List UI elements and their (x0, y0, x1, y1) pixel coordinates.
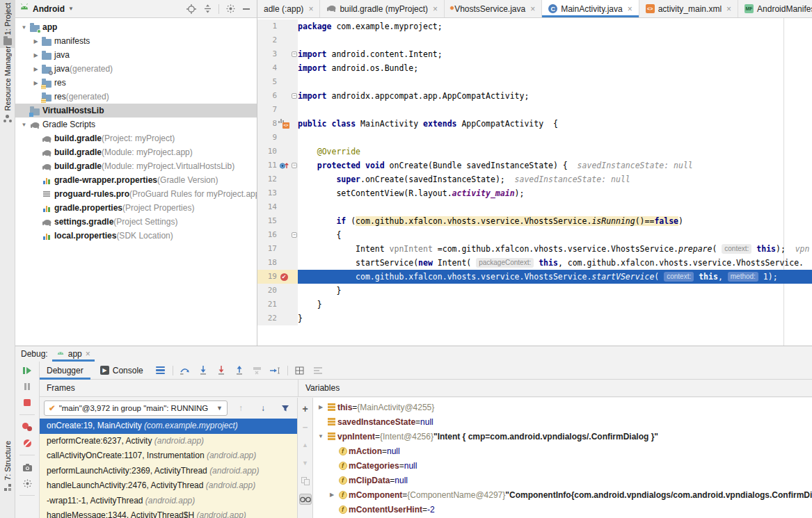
line-number[interactable]: 19 (257, 270, 277, 284)
tree-item-virtualhostslib[interactable]: VirtualHostsLib (15, 104, 257, 118)
run-to-cursor-icon[interactable] (268, 364, 283, 378)
chevron-right-icon[interactable]: ▶ (31, 38, 40, 44)
thread-selector[interactable]: ✔ "main"@3,972 in group "main": RUNNING … (44, 400, 228, 416)
line-number[interactable]: 18 (257, 256, 277, 270)
tree-item-local-properties[interactable]: local.properties (SDK Location) (15, 229, 257, 243)
stack-frame[interactable]: performLaunchActivity:2369, ActivityThre… (40, 464, 297, 479)
settings-icon[interactable] (224, 3, 237, 15)
line-number[interactable]: 12 (257, 172, 277, 186)
tab-debugger[interactable]: Debugger (40, 362, 90, 380)
stop-icon[interactable] (22, 398, 33, 407)
line-number[interactable]: 17 (257, 242, 277, 256)
mute-breakpoints-icon[interactable] (22, 438, 33, 448)
debug-session-tab[interactable]: app × (52, 346, 95, 362)
stack-frame[interactable]: onCreate:19, MainActivity (com.example.m… (40, 419, 297, 434)
line-number[interactable]: 9 (257, 131, 277, 145)
code-line-13[interactable]: 13 setContentView(R.layout.activity_main… (257, 186, 812, 200)
hide-icon[interactable] (240, 3, 253, 15)
line-number[interactable]: 16 (257, 228, 277, 242)
close-icon[interactable]: × (433, 4, 438, 14)
tree-item-java[interactable]: ▶java (15, 48, 257, 62)
variable-row[interactable]: ▼vpnIntent = {Intent@4256} "Intent { cmp… (313, 429, 812, 444)
tree-item-java[interactable]: ▶java (generated) (15, 62, 257, 76)
code-line-4[interactable]: 4import android.os.Bundle; (257, 61, 812, 75)
frame-up-icon[interactable]: ↑ (233, 401, 248, 415)
close-icon[interactable]: × (530, 4, 535, 14)
line-number[interactable]: 7 (257, 103, 277, 117)
fold-marker-icon[interactable]: − (291, 232, 298, 238)
line-number[interactable]: 8 (257, 117, 277, 131)
view-breakpoints-grid-icon[interactable] (292, 364, 308, 378)
stack-frame[interactable]: callActivityOnCreate:1107, Instrumentati… (40, 448, 297, 464)
code-line-5[interactable]: 5 (257, 75, 812, 89)
filter-icon[interactable] (278, 401, 293, 415)
toolwindow-structure[interactable]: 7: Structure (0, 438, 15, 494)
line-number[interactable]: 22 (257, 311, 277, 325)
chevron-right-icon[interactable]: ▶ (31, 66, 40, 72)
code-line-20[interactable]: 20 } (257, 284, 812, 298)
chevron-down-icon[interactable]: ▼ (316, 433, 326, 439)
code-line-22[interactable]: 22} (257, 311, 812, 325)
code-line-17[interactable]: 17 Intent vpnIntent =com.github.xfalcon.… (257, 242, 812, 256)
chevron-right-icon[interactable]: ▶ (31, 52, 40, 58)
tree-item-manifests[interactable]: ▶manifests (15, 34, 257, 48)
frame-down-icon[interactable]: ↓ (255, 401, 271, 415)
code-line-11[interactable]: 11− protected void onCreate(Bundle saved… (257, 159, 812, 172)
code-editor[interactable]: 1package com.example.myproject;23−import… (257, 18, 812, 346)
collapse-all-icon[interactable] (201, 3, 214, 15)
step-over-icon[interactable] (177, 364, 193, 378)
resume-icon[interactable] (22, 366, 33, 375)
code-line-3[interactable]: 3−import android.content.Intent; (257, 47, 812, 61)
tree-item-settings-gradle[interactable]: settings.gradle (Project Settings) (15, 215, 257, 229)
editor-tab-mainactivity-java[interactable]: CMainActivity.java× (542, 0, 639, 17)
variable-row[interactable]: fmAction = null (313, 444, 812, 458)
variable-row[interactable]: ▶this = {MainActivity@4255} (313, 400, 812, 414)
code-line-7[interactable]: 7 (257, 103, 812, 117)
move-down-icon[interactable]: ▼ (299, 458, 312, 469)
variable-row[interactable]: fmCategories = null (313, 458, 812, 473)
menu-icon[interactable] (153, 364, 168, 378)
chevron-down-icon[interactable]: ▼ (19, 24, 29, 31)
line-number[interactable]: 1 (257, 19, 277, 33)
remove-watch-icon[interactable]: − (299, 421, 312, 432)
code-line-8[interactable]: 8<>public class MainActivity extends App… (257, 117, 812, 131)
line-number[interactable]: 15 (257, 214, 277, 228)
chevron-right-icon[interactable]: ▶ (316, 404, 326, 410)
editor-tab-androidmanifes[interactable]: MFAndroidManifes (738, 0, 812, 17)
line-number[interactable]: 4 (257, 61, 277, 75)
tree-item-build-gradle[interactable]: build.gradle (Module: myProject.VirtualH… (15, 159, 257, 173)
variable-row[interactable]: fmClipData = null (313, 473, 812, 487)
variable-row[interactable]: fmContentUserHint = -2 (313, 502, 812, 517)
tree-item-res[interactable]: ▶res (15, 76, 257, 90)
chevron-right-icon[interactable]: ▶ (31, 80, 40, 86)
close-icon[interactable]: × (628, 4, 632, 14)
tree-item-res[interactable]: res (generated) (15, 90, 257, 104)
close-icon[interactable]: × (86, 349, 90, 359)
force-step-into-icon[interactable] (214, 364, 229, 378)
code-line-14[interactable]: 14 (257, 200, 812, 214)
tree-item-build-gradle[interactable]: build.gradle (Module: myProject.app) (15, 145, 257, 159)
stack-frame[interactable]: handleMessage:1344, ActivityThread$H (an… (40, 508, 297, 518)
code-line-10[interactable]: 10 @Override (257, 145, 812, 159)
code-line-12[interactable]: 12 super.onCreate(savedInstanceState); s… (257, 172, 812, 186)
variable-row[interactable]: ▶fmComponent = {ComponentName@4297} "Com… (313, 487, 812, 502)
close-icon[interactable]: × (726, 4, 731, 14)
pause-icon[interactable] (22, 382, 33, 391)
move-up-icon[interactable]: ▲ (299, 439, 312, 451)
stack-frame[interactable]: performCreate:6237, Activity (android.ap… (40, 434, 297, 449)
stack-frame[interactable]: handleLaunchActivity:2476, ActivityThrea… (40, 478, 297, 494)
thread-dump-icon[interactable] (22, 462, 33, 472)
code-line-21[interactable]: 21 } (257, 298, 812, 311)
code-line-9[interactable]: 9 (257, 131, 812, 145)
fold-marker-icon[interactable]: − (291, 51, 298, 57)
line-number[interactable]: 13 (257, 186, 277, 200)
layout-icon[interactable] (310, 364, 326, 378)
stack-frame[interactable]: -wrap11:-1, ActivityThread (android.app) (40, 494, 297, 509)
line-number[interactable]: 2 (257, 33, 277, 47)
editor-tab-activity-main-xml[interactable]: <>activity_main.xml× (639, 0, 738, 17)
toolwindow-project[interactable]: 1: Project (0, 0, 15, 48)
code-line-16[interactable]: 16− { (257, 228, 812, 242)
step-into-icon[interactable] (196, 364, 211, 378)
code-line-1[interactable]: 1package com.example.myproject; (257, 19, 812, 33)
code-line-15[interactable]: 15 if (com.github.xfalcon.vhosts.vservic… (257, 214, 812, 228)
